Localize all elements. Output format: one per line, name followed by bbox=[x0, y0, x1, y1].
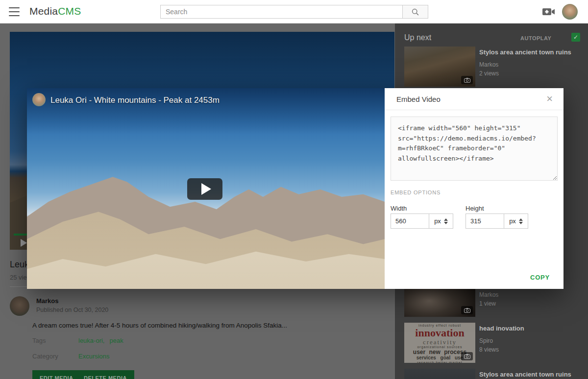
height-unit-select[interactable]: px bbox=[504, 213, 528, 229]
modal-title: Embed Video bbox=[396, 95, 441, 103]
cloud-word: innovation bbox=[404, 328, 475, 338]
tag-link-peak[interactable]: peak bbox=[109, 337, 123, 344]
spinner-icon bbox=[444, 218, 448, 224]
cloud-word: research better market bbox=[404, 361, 475, 363]
app-logo[interactable]: MediaCMS bbox=[29, 5, 81, 17]
tags-label: Tags bbox=[32, 337, 46, 344]
item-title[interactable]: head inovation bbox=[479, 325, 580, 332]
width-unit-value: px bbox=[434, 217, 441, 225]
search-button[interactable] bbox=[402, 5, 428, 19]
author-name[interactable]: Markos bbox=[36, 297, 59, 305]
user-avatar[interactable] bbox=[562, 4, 578, 20]
height-unit-value: px bbox=[509, 217, 516, 225]
video-thumbnail[interactable]: industry effect robust innovation creati… bbox=[404, 323, 475, 363]
list-item[interactable]: Stylos area ancient town ruins Markos 2 … bbox=[404, 47, 581, 87]
menu-icon[interactable] bbox=[9, 7, 20, 16]
cloud-word: creativity bbox=[404, 339, 475, 345]
upload-media-button[interactable] bbox=[542, 7, 556, 17]
list-item[interactable]: industry effect robust innovation creati… bbox=[404, 323, 581, 363]
category-label: Category bbox=[32, 353, 58, 360]
item-author: Spiro bbox=[479, 337, 580, 344]
publish-date: Published on Oct 30, 2020 bbox=[36, 307, 108, 313]
item-views: 2 views bbox=[479, 70, 580, 77]
camera-icon bbox=[461, 352, 473, 360]
embed-options-panel: Embed Video × <iframe width="560" height… bbox=[385, 88, 564, 289]
autoplay-checkbox[interactable]: ✓ bbox=[571, 33, 580, 42]
up-next-heading: Up next bbox=[404, 33, 431, 42]
embed-code-textarea[interactable]: <iframe width="560" height="315" src="ht… bbox=[391, 117, 558, 181]
preview-play-button[interactable] bbox=[187, 178, 222, 200]
embed-options-label: EMBED OPTIONS bbox=[391, 190, 441, 195]
video-thumbnail[interactable] bbox=[404, 369, 475, 379]
spinner-icon bbox=[519, 218, 523, 224]
delete-media-button[interactable]: DELETE MEDIA bbox=[76, 370, 134, 379]
width-label: Width bbox=[391, 205, 407, 212]
close-icon[interactable]: × bbox=[546, 93, 553, 105]
camera-icon bbox=[461, 76, 473, 84]
list-item[interactable]: Stylos area ancient town ruins bbox=[404, 369, 581, 379]
item-title[interactable]: Stylos area ancient town ruins bbox=[479, 371, 580, 379]
embed-preview-player[interactable]: Leuka Ori - White mountains - Peak at 24… bbox=[27, 88, 385, 289]
video-thumbnail[interactable] bbox=[404, 47, 475, 87]
author-avatar[interactable] bbox=[10, 296, 29, 316]
logo-cms: CMS bbox=[58, 5, 81, 17]
width-input[interactable] bbox=[391, 213, 429, 229]
item-views: 1 view bbox=[479, 300, 580, 307]
logo-media: Media bbox=[29, 5, 58, 17]
player-play-icon[interactable] bbox=[21, 239, 27, 247]
search-icon bbox=[411, 8, 419, 16]
top-navbar: MediaCMS bbox=[0, 0, 588, 24]
category-link[interactable]: Excursions bbox=[78, 353, 110, 360]
camera-icon bbox=[461, 306, 473, 314]
video-description: A dream comes true! After 4-5 hours of c… bbox=[32, 322, 287, 329]
search-input[interactable] bbox=[160, 5, 402, 19]
width-unit-select[interactable]: px bbox=[429, 213, 453, 229]
cloud-word: organizational sources bbox=[404, 345, 475, 349]
height-label: Height bbox=[466, 205, 484, 212]
item-title[interactable]: Stylos area ancient town ruins bbox=[479, 48, 580, 56]
preview-author-avatar[interactable] bbox=[32, 93, 46, 106]
modal-header: Embed Video × bbox=[385, 88, 564, 110]
play-icon bbox=[201, 183, 211, 195]
copy-button[interactable]: COPY bbox=[530, 274, 550, 281]
edit-media-button[interactable]: EDIT MEDIA bbox=[32, 370, 81, 379]
embed-video-modal: Leuka Ori - White mountains - Peak at 24… bbox=[27, 88, 564, 289]
tag-link-leuka-ori[interactable]: leuka-ori, bbox=[78, 337, 104, 344]
tags-values: leuka-ori,peak bbox=[78, 337, 128, 344]
item-author: Markos bbox=[479, 61, 580, 68]
item-author: Markos bbox=[479, 291, 580, 298]
height-input[interactable] bbox=[466, 213, 504, 229]
videocam-plus-icon bbox=[542, 7, 556, 17]
preview-video-title: Leuka Ori - White mountains - Peak at 24… bbox=[50, 95, 220, 105]
autoplay-label: AUTOPLAY bbox=[520, 35, 551, 41]
item-views: 8 views bbox=[479, 346, 580, 353]
